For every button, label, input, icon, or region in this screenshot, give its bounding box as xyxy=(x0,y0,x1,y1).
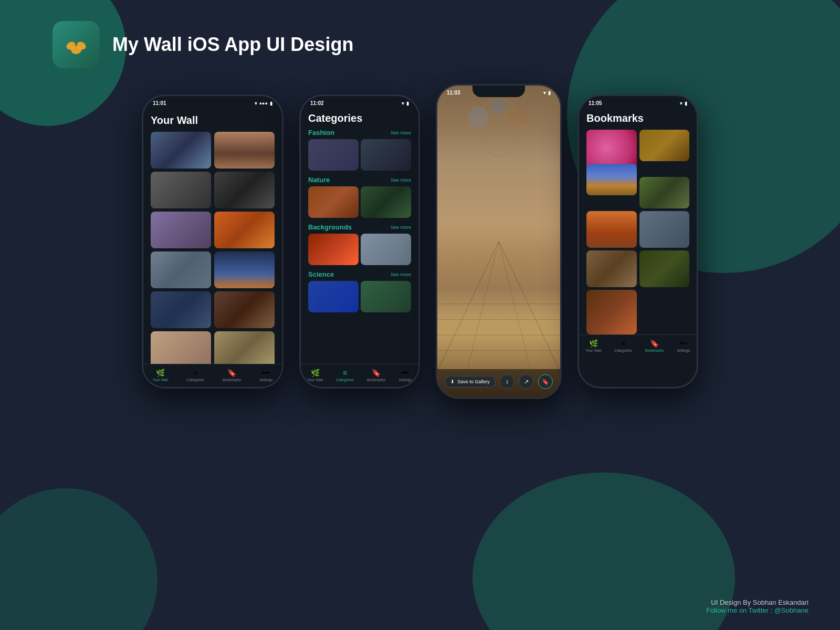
nature-thumb-2[interactable] xyxy=(361,186,411,218)
wall-image-1[interactable] xyxy=(151,132,211,169)
nav-label-21: Your Wall xyxy=(308,378,323,382)
home-icon: 🌿 xyxy=(156,369,165,377)
nav-bookmarks-1[interactable]: 🔖 Bookmarks xyxy=(223,369,241,382)
wall-image-3[interactable] xyxy=(151,172,211,208)
see-more-backgrounds[interactable]: See more xyxy=(391,225,411,230)
fashion-thumb-1[interactable] xyxy=(308,139,359,171)
nav-label-24: Settings xyxy=(398,378,412,382)
wall-grid xyxy=(151,132,275,364)
nav-label-2: Categories xyxy=(186,378,204,382)
battery-icon-3: ▮ xyxy=(548,90,551,96)
notch-2 xyxy=(333,96,386,108)
cat-name-nature: Nature xyxy=(308,176,330,184)
settings-icon: ••• xyxy=(262,369,270,377)
save-to-gallery-btn[interactable]: ⬇ Save to Gallery xyxy=(445,376,496,387)
wall-image-11[interactable] xyxy=(151,331,211,364)
status-icons-3: ▾ ▮ xyxy=(543,90,551,96)
bookmark-field[interactable] xyxy=(639,177,690,208)
home-icon-2: 🌿 xyxy=(311,369,320,377)
cat-header-backgrounds: Backgrounds See more xyxy=(308,223,411,231)
your-wall-content: Your Wall xyxy=(143,108,282,364)
bookmark-rushmore[interactable] xyxy=(639,211,690,248)
church-image xyxy=(437,86,560,397)
wall-image-6[interactable] xyxy=(214,212,275,248)
nav-label-22: Categories xyxy=(336,378,354,382)
nav-categories-1[interactable]: ≡ Categories xyxy=(186,369,204,382)
wifi-icon: ▾ xyxy=(255,101,257,106)
time-4: 11:05 xyxy=(589,100,602,106)
nav-settings-4[interactable]: ••• Settings xyxy=(677,339,690,352)
nav-label-41: Your Wall xyxy=(586,349,601,352)
time-1: 11:01 xyxy=(153,100,166,106)
share-icon: ↗ xyxy=(524,379,529,385)
sci-thumb-1[interactable] xyxy=(308,281,359,312)
time-2: 11:02 xyxy=(310,100,324,106)
info-icon: i xyxy=(507,379,508,385)
see-more-fashion[interactable]: See more xyxy=(391,130,411,135)
bookmark-red-panda[interactable] xyxy=(586,290,637,334)
fashion-images xyxy=(308,139,411,171)
bottom-nav-1: 🌿 Your Wall ≡ Categories 🔖 Bookmarks •••… xyxy=(143,364,282,387)
header: My Wall iOS App UI Design xyxy=(52,21,353,68)
cat-header-science: Science See more xyxy=(308,270,411,278)
nav-categories-2[interactable]: ≡ Categories xyxy=(336,369,354,382)
status-icons-1: ▾ ●●● ▮ xyxy=(255,101,272,106)
wall-image-7[interactable] xyxy=(151,251,211,288)
wall-image-8[interactable] xyxy=(214,251,275,288)
see-more-science[interactable]: See more xyxy=(391,272,411,277)
bookmark-panda[interactable] xyxy=(639,250,690,287)
bottom-nav-4: 🌿 Your Wall ≡ Categories 🔖 Bookmarks •••… xyxy=(579,334,697,358)
nav-settings-2[interactable]: ••• Settings xyxy=(398,369,412,382)
church-svg xyxy=(437,86,560,397)
bg-decoration-bl xyxy=(0,488,158,630)
bookmark-snail[interactable] xyxy=(639,130,690,161)
sci-thumb-2[interactable] xyxy=(361,281,411,312)
fashion-thumb-2[interactable] xyxy=(361,139,411,171)
bottom-nav-2: 🌿 Your Wall ≡ Categories 🔖 Bookmarks •••… xyxy=(301,364,418,387)
cat-name-science: Science xyxy=(308,270,334,278)
nav-your-wall-1[interactable]: 🌿 Your Wall xyxy=(153,369,168,382)
svg-point-15 xyxy=(491,99,506,114)
nav-your-wall-2[interactable]: 🌿 Your Wall xyxy=(308,369,323,382)
info-btn[interactable]: i xyxy=(500,374,514,389)
science-images xyxy=(308,281,411,312)
wall-image-4[interactable] xyxy=(214,172,275,208)
nature-thumb-1[interactable] xyxy=(308,186,359,218)
see-more-nature[interactable]: See more xyxy=(391,177,411,183)
wall-image-2[interactable] xyxy=(214,132,275,169)
bookmark-sunset[interactable] xyxy=(586,211,637,248)
categories-icon-2: ≡ xyxy=(343,369,347,377)
bookmark-church[interactable] xyxy=(586,250,637,287)
share-btn[interactable]: ↗ xyxy=(519,374,533,389)
bookmark-icon: 🔖 xyxy=(227,369,236,377)
bg-thumb-1[interactable] xyxy=(308,234,359,265)
battery-icon-2: ▮ xyxy=(406,101,409,106)
bg-decoration-br xyxy=(472,472,735,630)
nav-your-wall-4[interactable]: 🌿 Your Wall xyxy=(586,339,601,352)
battery-icon: ▮ xyxy=(270,101,272,106)
wall-image-5[interactable] xyxy=(151,212,211,248)
settings-icon-2: ••• xyxy=(401,369,409,377)
wall-image-10[interactable] xyxy=(214,291,275,328)
wall-image-12[interactable] xyxy=(214,331,275,364)
cat-header-fashion: Fashion See more xyxy=(308,129,411,136)
bookmark-btn[interactable]: 🔖 xyxy=(538,374,553,389)
home-icon-4: 🌿 xyxy=(589,339,598,348)
nav-bookmarks-4[interactable]: 🔖 Bookmarks xyxy=(645,339,664,352)
svg-point-13 xyxy=(468,107,489,128)
screen-1: 11:01 ▾ ●●● ▮ Your Wall xyxy=(143,96,282,387)
bookmark-landscape[interactable] xyxy=(586,164,637,195)
nav-categories-4[interactable]: ≡ Categories xyxy=(614,339,632,352)
phone-1-your-wall: 11:01 ▾ ●●● ▮ Your Wall xyxy=(142,94,284,388)
categories-icon: ≡ xyxy=(193,369,197,377)
save-icon: ⬇ xyxy=(450,379,455,384)
bg-thumb-2[interactable] xyxy=(361,234,411,265)
footer: UI Design By Sobhan Eskandari Follow me … xyxy=(706,598,808,614)
cat-name-backgrounds: Backgrounds xyxy=(308,223,352,231)
nav-bookmarks-2[interactable]: 🔖 Bookmarks xyxy=(367,369,385,382)
phone-4-bookmarks: 11:05 ▾ ▮ Bookmarks � xyxy=(578,94,698,388)
phones-container: 11:01 ▾ ●●● ▮ Your Wall xyxy=(142,94,698,399)
wall-image-9[interactable] xyxy=(151,291,211,328)
nav-settings-1[interactable]: ••• Settings xyxy=(259,369,272,382)
settings-icon-4: ••• xyxy=(679,339,687,348)
